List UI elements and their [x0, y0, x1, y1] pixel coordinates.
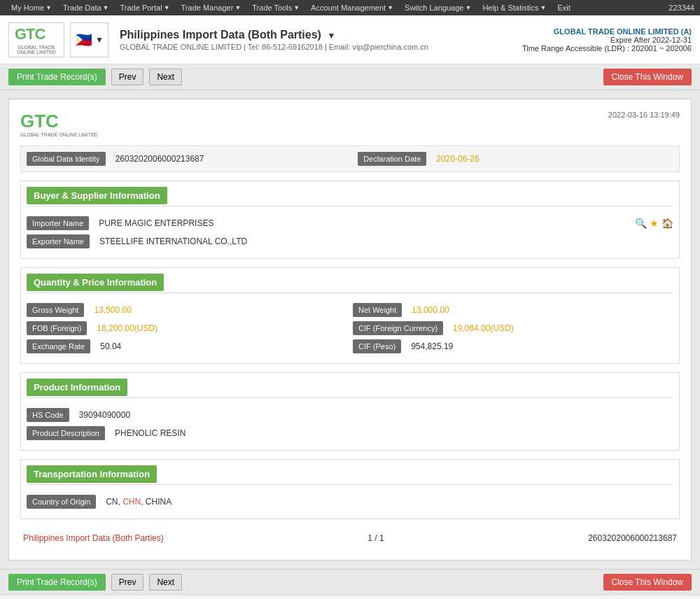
exchange-label: Exchange Rate [27, 339, 90, 353]
page-title: Philippines Import Data (Both Parties) ▼ [120, 29, 522, 41]
cif-foreign-label: CIF (Foreign Currency) [353, 321, 443, 335]
nav-arrow-account-mgmt: ▼ [387, 4, 393, 11]
header-subtitle: GLOBAL TRADE ONLINE LIMITED | Tel: 86-51… [120, 43, 522, 51]
cif-peso-field: CIF (Peso) 954,825.19 [353, 339, 673, 353]
product-desc-label: Product Description [27, 426, 105, 440]
fob-field: FOB (Foreign) 18,200.00(USD) [27, 321, 347, 335]
header-title-area: Philippines Import Data (Both Parties) ▼… [120, 29, 522, 51]
close-window-button-top[interactable]: Close This Window [603, 69, 692, 85]
global-data-label: Global Data Identity [27, 152, 106, 166]
nav-arrow-trade-data: ▼ [103, 4, 109, 11]
record-header: GTC GLOBAL TRADE ONLINE LIMITED 2022-03-… [20, 111, 680, 137]
nav-account-management[interactable]: Account Management ▼ [305, 0, 399, 15]
expire-date: Expire After 2022-12-31 [522, 36, 692, 44]
fob-cif-row: FOB (Foreign) 18,200.00(USD) CIF (Foreig… [27, 321, 673, 335]
product-title: Product Information [27, 379, 127, 396]
nav-arrow-trade-portal: ▼ [164, 4, 170, 11]
product-section: Product Information HS Code 39094090000 … [20, 372, 680, 451]
country-highlight: CHN [122, 497, 141, 507]
buyer-supplier-section: Buyer & Supplier Information Importer Na… [20, 181, 680, 259]
flag-selector[interactable]: 🇵🇭 ▼ [70, 22, 108, 57]
cif-foreign-value: 19,084.00(USD) [449, 323, 673, 333]
time-range: Time Range Accessible (LDR) : 202001 ~ 2… [522, 44, 692, 52]
next-button-bottom[interactable]: Next [149, 574, 182, 591]
next-button-top[interactable]: Next [149, 69, 182, 85]
exporter-name-label: Exporter Name [27, 234, 90, 248]
page-header: GTC GLOBAL TRADE ONLINE LIMITED 🇵🇭 ▼ Phi… [0, 15, 700, 64]
top-navigation: My Home ▼ Trade Data ▼ Trade Portal ▼ Tr… [0, 0, 700, 15]
exchange-field: Exchange Rate 50.04 [27, 339, 347, 353]
header-right: GLOBAL TRADE ONLINE LIMITED (A) Expire A… [522, 27, 692, 52]
nav-switch-language[interactable]: Switch Language ▼ [399, 0, 477, 15]
importer-name-value: PURE MAGIC ENTERPRISES [94, 218, 629, 228]
record-card: GTC GLOBAL TRADE ONLINE LIMITED 2022-03-… [8, 99, 692, 561]
exchange-cifpeso-row: Exchange Rate 50.04 CIF (Peso) 954,825.1… [27, 339, 673, 353]
importer-row: Importer Name PURE MAGIC ENTERPRISES 🔍 ★… [27, 216, 673, 230]
logo-area: GTC GLOBAL TRADE ONLINE LIMITED 🇵🇭 ▼ [8, 22, 108, 57]
footer-link: Philippines Import Data (Both Parties) [23, 533, 164, 543]
quantity-price-section: Quantity & Price Information Gross Weigh… [20, 267, 680, 364]
star-icon[interactable]: ★ [650, 218, 659, 229]
exporter-name-value: STEELLIFE INTERNATIONAL CO.,LTD [95, 237, 673, 246]
gross-weight-field: Gross Weight 13,500.00 [27, 303, 347, 317]
quantity-divider [27, 293, 673, 293]
nav-arrow-my-home: ▼ [46, 4, 52, 11]
buyer-supplier-content: Importer Name PURE MAGIC ENTERPRISES 🔍 ★… [21, 211, 679, 258]
company-logo: GTC GLOBAL TRADE ONLINE LIMITED [8, 22, 64, 57]
close-window-button-bottom[interactable]: Close This Window [603, 574, 692, 591]
home-icon[interactable]: 🏠 [662, 218, 673, 229]
importer-icons: 🔍 ★ 🏠 [635, 218, 673, 229]
nav-trade-portal[interactable]: Trade Portal ▼ [115, 0, 176, 15]
prev-button-bottom[interactable]: Prev [111, 574, 144, 591]
country-origin-row: Country of Origin CN, CHN, CHINA [27, 495, 673, 509]
gross-net-weight-row: Gross Weight 13,500.00 Net Weight 13,000… [27, 303, 673, 317]
fob-value: 18,200.00(USD) [92, 323, 347, 333]
cif-peso-value: 954,825.19 [407, 341, 673, 351]
importer-name-label: Importer Name [27, 216, 89, 230]
declaration-date-label: Declaration Date [358, 152, 426, 166]
nav-trade-data[interactable]: Trade Data ▼ [57, 0, 115, 15]
net-weight-field: Net Weight 13,000.00 [353, 303, 673, 317]
search-icon[interactable]: 🔍 [635, 218, 647, 229]
transportation-section: Transportation Information Country of Or… [20, 459, 680, 519]
print-record-button-top[interactable]: Print Trade Record(s) [8, 69, 106, 85]
hs-code-label: HS Code [27, 408, 69, 422]
main-content: GTC GLOBAL TRADE ONLINE LIMITED 2022-03-… [0, 90, 700, 569]
logo-sub: GLOBAL TRADE ONLINE LIMITED [15, 45, 58, 55]
country-origin-label: Country of Origin [27, 495, 96, 509]
product-desc-row: Product Description PHENOLIC RESIN [27, 426, 673, 440]
nav-items-list: My Home ▼ Trade Data ▼ Trade Portal ▼ Tr… [6, 0, 668, 15]
record-footer: Philippines Import Data (Both Parties) 1… [20, 528, 680, 549]
nav-trade-manager[interactable]: Trade Manager ▼ [176, 0, 247, 15]
print-record-button-bottom[interactable]: Print Trade Record(s) [8, 574, 106, 591]
nav-arrow-trade-tools: ▼ [293, 4, 300, 11]
buyer-supplier-divider [27, 206, 673, 206]
hs-code-row: HS Code 39094090000 [27, 408, 673, 422]
transportation-content: Country of Origin CN, CHN, CHINA [21, 489, 679, 519]
nav-trade-tools[interactable]: Trade Tools ▼ [246, 0, 305, 15]
product-divider [27, 397, 673, 398]
flag-icon: 🇵🇭 [75, 31, 92, 48]
exchange-value: 50.04 [96, 341, 347, 351]
nav-arrow-language: ▼ [465, 4, 471, 11]
fob-label: FOB (Foreign) [27, 321, 87, 335]
nav-arrow-help: ▼ [540, 4, 546, 11]
hs-code-value: 39094090000 [75, 410, 673, 420]
nav-arrow-trade-manager: ▼ [234, 4, 241, 11]
cif-peso-label: CIF (Peso) [353, 339, 401, 353]
product-desc-value: PHENOLIC RESIN [111, 428, 673, 438]
nav-exit[interactable]: Exit [552, 0, 575, 15]
nav-my-home[interactable]: My Home ▼ [6, 0, 57, 15]
nav-help-statistics[interactable]: Help & Statistics ▼ [477, 0, 552, 15]
net-weight-label: Net Weight [353, 303, 402, 317]
bottom-toolbar: Print Trade Record(s) Prev Next Close Th… [0, 569, 700, 595]
quantity-price-title: Quantity & Price Information [27, 274, 164, 291]
transportation-title: Transportation Information [27, 465, 157, 483]
flag-dropdown-arrow: ▼ [95, 35, 104, 45]
footer-id: 2603202006000213687 [588, 533, 677, 543]
global-data-row: Global Data Identity 2603202006000213687… [20, 146, 680, 172]
gross-weight-label: Gross Weight [27, 303, 84, 317]
prev-button-top[interactable]: Prev [111, 69, 144, 85]
gross-weight-value: 13,500.00 [90, 305, 347, 315]
footer-page: 1 / 1 [368, 533, 384, 543]
